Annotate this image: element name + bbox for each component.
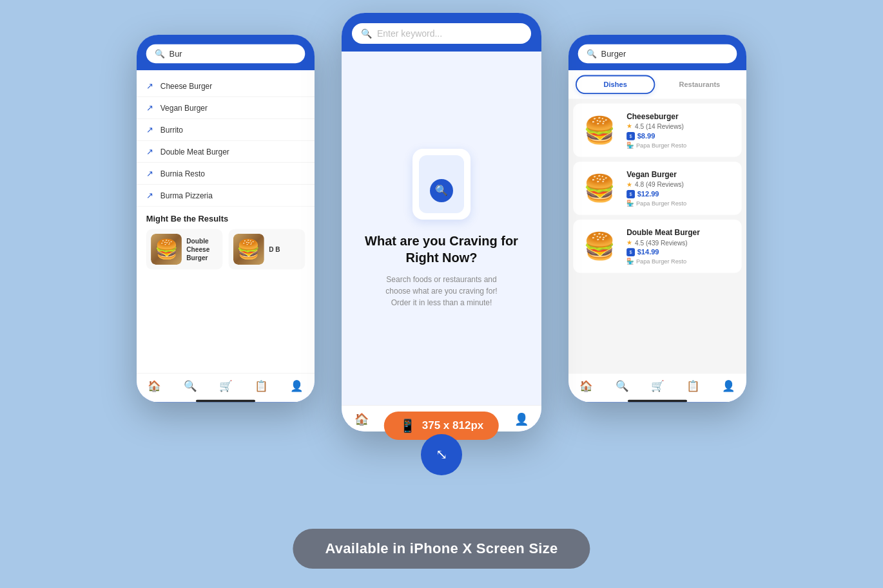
dish-image: 🍔 <box>579 167 621 209</box>
suggestion-text: Double Meat Burger <box>160 147 229 156</box>
dish-card[interactable]: 🍔 Double Meat Burger ★ 4.5 (439 Reviews)… <box>573 220 741 273</box>
phone-icon: 📱 <box>400 418 416 433</box>
dish-name: Vegan Burger <box>626 170 735 179</box>
center-search-bar: 🔍 Enter keyword... <box>342 13 541 52</box>
search-nav-icon[interactable]: 🔍 <box>184 379 197 392</box>
user-nav-icon[interactable]: 👤 <box>290 379 303 392</box>
left-search-bar: 🔍 Bur <box>137 35 315 70</box>
tab-dishes[interactable]: Dishes <box>576 75 655 94</box>
star-icon: ★ <box>626 238 632 246</box>
dish-image: 🍔 <box>579 225 621 267</box>
suggestion-item[interactable]: ↗ Burrito <box>137 119 315 141</box>
center-search-placeholder: Enter keyword... <box>377 28 442 39</box>
phone-left: 🔍 Bur ↗ Cheese Burger ↗ Vegan Burger ↗ B… <box>137 35 315 402</box>
suggestion-item[interactable]: ↗ Burnia Resto <box>137 163 315 185</box>
search-circle-icon: 🔍 <box>435 184 448 196</box>
search-circle: 🔍 <box>430 179 453 202</box>
dish-price: $ $12.99 <box>626 190 735 198</box>
price-icon: $ <box>626 190 635 198</box>
empty-state-desc: Search foods or restaurants and choose w… <box>377 274 506 308</box>
suggestions-list: ↗ Cheese Burger ↗ Vegan Burger ↗ Burrito… <box>137 70 315 373</box>
tab-restaurants[interactable]: Restaurants <box>660 75 739 94</box>
restaurant-text: Papa Burger Resto <box>636 200 686 207</box>
dish-card[interactable]: 🍔 Cheeseburger ★ 4.5 (14 Reviews) $ $8.9… <box>573 104 741 157</box>
search-icon: 🔍 <box>361 28 372 39</box>
price-icon: $ <box>626 248 635 256</box>
home-nav-icon[interactable]: 🏠 <box>354 412 369 426</box>
dish-price: $ $14.99 <box>626 248 735 256</box>
dishes-list: 🍔 Cheeseburger ★ 4.5 (14 Reviews) $ $8.9… <box>568 99 746 373</box>
restaurant-icon: 🏪 <box>626 142 634 149</box>
dish-name: Cheeseburger <box>626 112 735 121</box>
right-search-value: Burger <box>601 49 626 59</box>
search-nav-icon[interactable]: 🔍 <box>616 379 628 392</box>
arrow-icon: ↗ <box>146 81 153 91</box>
empty-state: 🔍 What are you Craving for Right Now? Se… <box>342 52 541 405</box>
rating-text: 4.5 (14 Reviews) <box>635 123 684 130</box>
dish-info: Vegan Burger ★ 4.8 (49 Reviews) $ $12.99 <box>626 170 735 207</box>
arrow-icon: ↗ <box>146 125 153 135</box>
suggestion-text: Vegan Burger <box>160 103 208 112</box>
left-search-wrapper[interactable]: 🔍 Bur <box>146 44 306 63</box>
dish-image: 🍔 <box>579 109 621 151</box>
restaurant-text: Papa Burger Resto <box>636 142 686 149</box>
dish-rating: ★ 4.5 (439 Reviews) <box>626 238 735 246</box>
result-card-name: D B <box>269 245 280 253</box>
home-nav-icon[interactable]: 🏠 <box>579 379 592 392</box>
dish-name: Double Meat Burger <box>626 228 735 237</box>
cart-nav-icon[interactable]: 🛒 <box>219 379 232 392</box>
rating-text: 4.8 (49 Reviews) <box>635 181 684 188</box>
arrow-icon: ↗ <box>146 191 153 200</box>
rating-text: 4.5 (439 Reviews) <box>635 239 688 246</box>
dish-rating: ★ 4.5 (14 Reviews) <box>626 122 735 130</box>
suggestion-item[interactable]: ↗ Double Meat Burger <box>137 141 315 163</box>
phones-container: 🔍 Bur ↗ Cheese Burger ↗ Vegan Burger ↗ B… <box>129 0 754 432</box>
restaurant-icon: 🏪 <box>626 258 634 265</box>
results-title: Might Be the Results <box>146 214 306 223</box>
bottom-nav-right: 🏠 🔍 🛒 📋 👤 <box>568 373 746 397</box>
dish-card[interactable]: 🍔 Vegan Burger ★ 4.8 (49 Reviews) $ $12.… <box>573 162 741 215</box>
right-search-wrapper[interactable]: 🔍 Burger <box>578 44 737 63</box>
restaurant-icon: 🏪 <box>626 200 634 207</box>
list-nav-icon[interactable]: 📋 <box>686 379 699 392</box>
star-icon: ★ <box>626 122 632 130</box>
search-icon: 🔍 <box>155 49 165 59</box>
result-card-name: Double Cheese Burger <box>186 236 218 261</box>
phone-illustration: 🔍 <box>412 149 471 220</box>
collapse-button[interactable]: ⤡ <box>421 434 462 475</box>
phone-right: 🔍 Burger Dishes Restaurants 🍔 Cheeseburg… <box>568 35 746 402</box>
collapse-icon: ⤡ <box>436 446 447 463</box>
list-nav-icon[interactable]: 📋 <box>255 379 267 392</box>
suggestion-item[interactable]: ↗ Burma Pizzeria <box>137 185 315 207</box>
cart-nav-icon[interactable]: 🛒 <box>651 379 664 392</box>
price-text: $8.99 <box>637 132 655 140</box>
result-card[interactable]: Double Cheese Burger <box>146 229 223 270</box>
results-section: Might Be the Results Double Cheese Burge… <box>137 207 315 277</box>
suggestion-text: Cheese Burger <box>160 81 212 90</box>
result-card[interactable]: D B <box>229 229 306 270</box>
center-search-wrapper[interactable]: 🔍 Enter keyword... <box>352 23 531 44</box>
food-image <box>151 234 182 265</box>
user-nav-icon[interactable]: 👤 <box>722 379 735 392</box>
price-text: $14.99 <box>637 248 659 256</box>
arrow-icon: ↗ <box>146 147 153 156</box>
empty-state-title: What are you Craving for Right Now? <box>354 232 529 266</box>
result-cards: Double Cheese Burger D B <box>146 229 306 270</box>
dish-info: Double Meat Burger ★ 4.5 (439 Reviews) $… <box>626 228 735 265</box>
dish-info: Cheeseburger ★ 4.5 (14 Reviews) $ $8.99 <box>626 112 735 149</box>
price-text: $12.99 <box>637 190 659 198</box>
suggestion-item[interactable]: ↗ Vegan Burger <box>137 97 315 119</box>
burger-img <box>233 234 264 265</box>
home-nav-icon[interactable]: 🏠 <box>148 379 160 392</box>
search-icon: 🔍 <box>587 49 597 59</box>
suggestion-item[interactable]: ↗ Cheese Burger <box>137 75 315 97</box>
suggestion-text: Burnia Resto <box>160 169 205 178</box>
bottom-nav: 🏠 🔍 🛒 📋 👤 <box>137 373 315 397</box>
food-image <box>233 234 264 265</box>
user-nav-icon[interactable]: 👤 <box>514 412 529 426</box>
filter-tabs: Dishes Restaurants <box>568 70 746 99</box>
arrow-icon: ↗ <box>146 169 153 178</box>
home-indicator <box>196 400 255 403</box>
size-badge-text: 375 x 812px <box>422 419 483 432</box>
star-icon: ★ <box>626 180 632 188</box>
